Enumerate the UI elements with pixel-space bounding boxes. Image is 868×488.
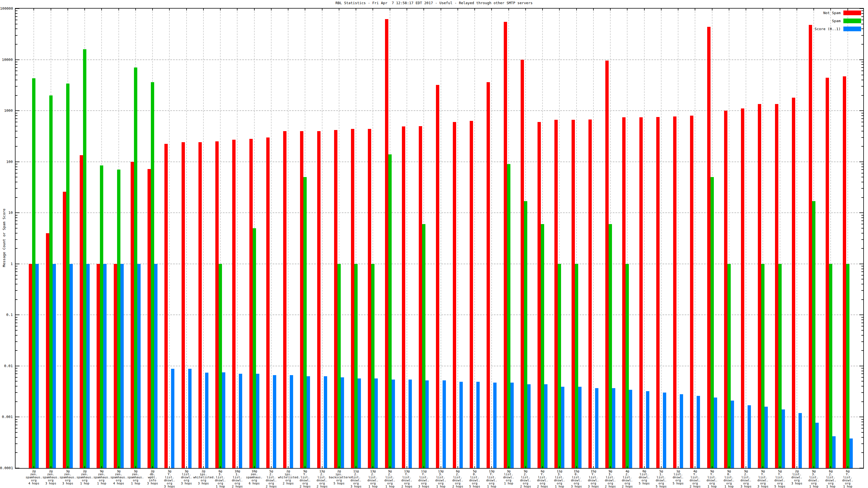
y-minor-tick [16, 182, 18, 182]
y-minor-tick [16, 164, 18, 164]
y-minor-tick [861, 386, 863, 387]
y-minor-tick [861, 275, 863, 275]
y-minor-tick [16, 335, 18, 335]
y-minor-tick [861, 177, 863, 177]
legend-swatch [843, 19, 861, 23]
y-minor-tick [861, 320, 863, 320]
y-minor-tick [16, 113, 18, 113]
x-tick [525, 8, 526, 10]
x-tick [712, 8, 712, 10]
y-minor-tick [861, 373, 863, 374]
y-major-tick [860, 315, 863, 315]
y-minor-tick [16, 86, 18, 87]
y-minor-tick [861, 233, 863, 233]
y-minor-tick [16, 188, 18, 189]
y-minor-tick [861, 371, 863, 371]
legend-label: Score (0..1) [814, 27, 841, 31]
y-minor-tick [861, 67, 863, 68]
x-tick [85, 466, 85, 468]
y-minor-tick [861, 271, 863, 272]
y-minor-tick [861, 299, 863, 300]
y-minor-tick [861, 62, 863, 62]
y-minor-tick [861, 452, 863, 453]
x-tick [576, 466, 577, 468]
y-minor-tick [861, 437, 863, 438]
y-minor-tick [861, 10, 863, 11]
x-tick [847, 8, 848, 10]
chart-title: RBL Statistics - Fri Apr 7 12:58:17 EDT … [0, 1, 868, 5]
x-tick [152, 8, 153, 10]
x-tick [441, 8, 441, 10]
y-major-tick [16, 417, 20, 417]
y-minor-tick [861, 182, 863, 182]
y-minor-tick [861, 350, 863, 351]
plot-border [15, 8, 864, 469]
x-tick [695, 466, 695, 468]
y-minor-tick [16, 228, 18, 228]
y-minor-tick [16, 70, 18, 71]
x-tick [458, 466, 458, 468]
x-tick [305, 8, 305, 10]
x-tick [593, 466, 594, 468]
x-tick [339, 466, 339, 468]
y-minor-tick [861, 228, 863, 228]
x-tick [119, 466, 119, 468]
y-minor-tick [861, 377, 863, 378]
y-minor-tick [16, 137, 18, 138]
y-minor-tick [861, 146, 863, 147]
y-minor-tick [861, 269, 863, 269]
x-tick [322, 8, 322, 10]
legend-swatch [843, 27, 861, 31]
x-category-label: 6@ Y. list. dnswl. org 1 hop [838, 470, 858, 488]
y-minor-tick [16, 299, 18, 300]
y-minor-tick [16, 233, 18, 233]
y-minor-tick [861, 188, 863, 189]
x-tick [254, 466, 255, 468]
y-minor-tick [861, 317, 863, 318]
x-tick [186, 466, 187, 468]
y-minor-tick [861, 95, 863, 96]
y-minor-tick [16, 444, 18, 444]
legend-label: Spam [832, 19, 841, 23]
x-tick [712, 466, 712, 468]
y-major-tick [16, 468, 20, 468]
y-major-tick [16, 60, 20, 60]
y-minor-tick [861, 266, 863, 266]
y-minor-tick [861, 218, 863, 218]
x-tick [813, 466, 814, 468]
y-minor-tick [16, 432, 18, 433]
x-tick [356, 8, 356, 10]
legend-entry: Not Spam [823, 10, 861, 15]
x-tick [780, 466, 780, 468]
y-minor-tick [16, 330, 18, 331]
y-minor-tick [16, 422, 18, 422]
y-minor-tick [16, 67, 18, 68]
y-minor-tick [16, 218, 18, 218]
y-major-tick [860, 162, 863, 162]
y-major-tick [860, 110, 863, 111]
x-tick [220, 8, 221, 10]
y-major-tick [860, 366, 863, 366]
x-tick [288, 466, 288, 468]
y-major-tick [860, 264, 863, 264]
y-minor-tick [16, 401, 18, 402]
y-minor-tick [16, 326, 18, 326]
y-minor-tick [861, 122, 863, 122]
x-tick [373, 466, 373, 468]
y-major-tick [860, 8, 863, 9]
y-minor-tick [861, 425, 863, 425]
y-minor-tick [16, 215, 18, 216]
y-tick-label: 0.0001 [0, 466, 13, 470]
y-major-tick [16, 264, 20, 264]
x-tick [763, 466, 763, 468]
y-minor-tick [861, 248, 863, 249]
y-minor-tick [16, 35, 18, 36]
y-minor-tick [861, 173, 863, 173]
y-tick-label: 1 [0, 262, 13, 266]
x-tick [474, 8, 475, 10]
y-minor-tick [861, 164, 863, 164]
x-tick [627, 466, 627, 468]
y-minor-tick [16, 266, 18, 266]
x-tick [576, 8, 577, 10]
y-minor-tick [16, 437, 18, 438]
